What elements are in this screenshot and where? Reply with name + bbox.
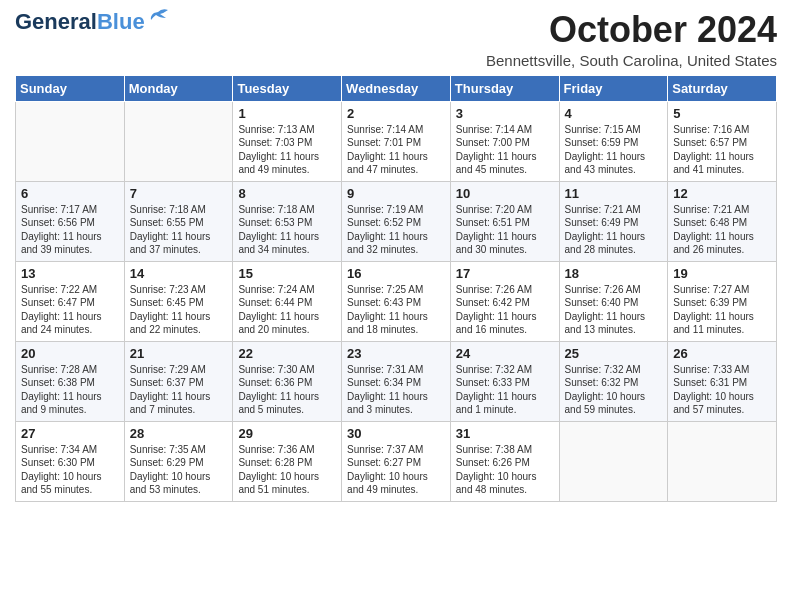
day-number: 22 (238, 346, 336, 361)
day-number: 23 (347, 346, 445, 361)
calendar-cell: 24Sunrise: 7:32 AMSunset: 6:33 PMDayligh… (450, 341, 559, 421)
day-info: Sunrise: 7:33 AMSunset: 6:31 PMDaylight:… (673, 363, 771, 417)
day-number: 6 (21, 186, 119, 201)
day-info: Sunrise: 7:24 AMSunset: 6:44 PMDaylight:… (238, 283, 336, 337)
day-info: Sunrise: 7:13 AMSunset: 7:03 PMDaylight:… (238, 123, 336, 177)
day-info: Sunrise: 7:38 AMSunset: 6:26 PMDaylight:… (456, 443, 554, 497)
day-number: 25 (565, 346, 663, 361)
day-info: Sunrise: 7:28 AMSunset: 6:38 PMDaylight:… (21, 363, 119, 417)
day-info: Sunrise: 7:29 AMSunset: 6:37 PMDaylight:… (130, 363, 228, 417)
day-number: 13 (21, 266, 119, 281)
day-number: 7 (130, 186, 228, 201)
calendar-cell: 29Sunrise: 7:36 AMSunset: 6:28 PMDayligh… (233, 421, 342, 501)
day-number: 29 (238, 426, 336, 441)
day-number: 2 (347, 106, 445, 121)
day-number: 1 (238, 106, 336, 121)
day-number: 28 (130, 426, 228, 441)
calendar-cell: 17Sunrise: 7:26 AMSunset: 6:42 PMDayligh… (450, 261, 559, 341)
day-info: Sunrise: 7:15 AMSunset: 6:59 PMDaylight:… (565, 123, 663, 177)
calendar-header-saturday: Saturday (668, 75, 777, 101)
calendar-header-sunday: Sunday (16, 75, 125, 101)
calendar-cell (124, 101, 233, 181)
day-number: 24 (456, 346, 554, 361)
day-number: 8 (238, 186, 336, 201)
calendar-cell: 13Sunrise: 7:22 AMSunset: 6:47 PMDayligh… (16, 261, 125, 341)
calendar-cell: 11Sunrise: 7:21 AMSunset: 6:49 PMDayligh… (559, 181, 668, 261)
day-number: 11 (565, 186, 663, 201)
calendar-cell: 19Sunrise: 7:27 AMSunset: 6:39 PMDayligh… (668, 261, 777, 341)
day-number: 3 (456, 106, 554, 121)
page: GeneralBlue October 2024 Bennettsville, … (0, 0, 792, 512)
calendar-cell: 18Sunrise: 7:26 AMSunset: 6:40 PMDayligh… (559, 261, 668, 341)
calendar-cell: 3Sunrise: 7:14 AMSunset: 7:00 PMDaylight… (450, 101, 559, 181)
day-number: 26 (673, 346, 771, 361)
day-number: 16 (347, 266, 445, 281)
day-info: Sunrise: 7:21 AMSunset: 6:49 PMDaylight:… (565, 203, 663, 257)
day-info: Sunrise: 7:34 AMSunset: 6:30 PMDaylight:… (21, 443, 119, 497)
calendar-cell: 27Sunrise: 7:34 AMSunset: 6:30 PMDayligh… (16, 421, 125, 501)
day-number: 9 (347, 186, 445, 201)
calendar-cell: 10Sunrise: 7:20 AMSunset: 6:51 PMDayligh… (450, 181, 559, 261)
bird-icon (148, 8, 170, 26)
calendar-cell: 21Sunrise: 7:29 AMSunset: 6:37 PMDayligh… (124, 341, 233, 421)
calendar-cell: 15Sunrise: 7:24 AMSunset: 6:44 PMDayligh… (233, 261, 342, 341)
day-number: 12 (673, 186, 771, 201)
calendar-cell: 2Sunrise: 7:14 AMSunset: 7:01 PMDaylight… (342, 101, 451, 181)
day-info: Sunrise: 7:32 AMSunset: 6:32 PMDaylight:… (565, 363, 663, 417)
day-number: 31 (456, 426, 554, 441)
day-number: 18 (565, 266, 663, 281)
calendar-week-row: 27Sunrise: 7:34 AMSunset: 6:30 PMDayligh… (16, 421, 777, 501)
calendar-header-monday: Monday (124, 75, 233, 101)
day-number: 30 (347, 426, 445, 441)
day-info: Sunrise: 7:22 AMSunset: 6:47 PMDaylight:… (21, 283, 119, 337)
day-info: Sunrise: 7:26 AMSunset: 6:42 PMDaylight:… (456, 283, 554, 337)
calendar-week-row: 13Sunrise: 7:22 AMSunset: 6:47 PMDayligh… (16, 261, 777, 341)
day-info: Sunrise: 7:30 AMSunset: 6:36 PMDaylight:… (238, 363, 336, 417)
calendar-week-row: 20Sunrise: 7:28 AMSunset: 6:38 PMDayligh… (16, 341, 777, 421)
calendar-cell: 20Sunrise: 7:28 AMSunset: 6:38 PMDayligh… (16, 341, 125, 421)
calendar-header-wednesday: Wednesday (342, 75, 451, 101)
day-info: Sunrise: 7:36 AMSunset: 6:28 PMDaylight:… (238, 443, 336, 497)
day-info: Sunrise: 7:19 AMSunset: 6:52 PMDaylight:… (347, 203, 445, 257)
day-number: 10 (456, 186, 554, 201)
calendar-header-friday: Friday (559, 75, 668, 101)
subtitle: Bennettsville, South Carolina, United St… (486, 52, 777, 69)
calendar-cell: 26Sunrise: 7:33 AMSunset: 6:31 PMDayligh… (668, 341, 777, 421)
day-info: Sunrise: 7:23 AMSunset: 6:45 PMDaylight:… (130, 283, 228, 337)
day-number: 27 (21, 426, 119, 441)
calendar-cell: 23Sunrise: 7:31 AMSunset: 6:34 PMDayligh… (342, 341, 451, 421)
day-info: Sunrise: 7:16 AMSunset: 6:57 PMDaylight:… (673, 123, 771, 177)
day-number: 14 (130, 266, 228, 281)
day-info: Sunrise: 7:14 AMSunset: 7:01 PMDaylight:… (347, 123, 445, 177)
calendar-cell: 12Sunrise: 7:21 AMSunset: 6:48 PMDayligh… (668, 181, 777, 261)
calendar-cell: 25Sunrise: 7:32 AMSunset: 6:32 PMDayligh… (559, 341, 668, 421)
header: GeneralBlue October 2024 Bennettsville, … (15, 10, 777, 69)
calendar-cell: 22Sunrise: 7:30 AMSunset: 6:36 PMDayligh… (233, 341, 342, 421)
logo: GeneralBlue (15, 10, 170, 34)
calendar-cell: 30Sunrise: 7:37 AMSunset: 6:27 PMDayligh… (342, 421, 451, 501)
calendar-week-row: 1Sunrise: 7:13 AMSunset: 7:03 PMDaylight… (16, 101, 777, 181)
calendar-cell (668, 421, 777, 501)
day-info: Sunrise: 7:21 AMSunset: 6:48 PMDaylight:… (673, 203, 771, 257)
day-info: Sunrise: 7:25 AMSunset: 6:43 PMDaylight:… (347, 283, 445, 337)
calendar-cell: 28Sunrise: 7:35 AMSunset: 6:29 PMDayligh… (124, 421, 233, 501)
day-number: 15 (238, 266, 336, 281)
calendar-cell: 1Sunrise: 7:13 AMSunset: 7:03 PMDaylight… (233, 101, 342, 181)
calendar-header-tuesday: Tuesday (233, 75, 342, 101)
title-block: October 2024 Bennettsville, South Caroli… (486, 10, 777, 69)
day-info: Sunrise: 7:14 AMSunset: 7:00 PMDaylight:… (456, 123, 554, 177)
calendar-cell: 6Sunrise: 7:17 AMSunset: 6:56 PMDaylight… (16, 181, 125, 261)
day-info: Sunrise: 7:20 AMSunset: 6:51 PMDaylight:… (456, 203, 554, 257)
calendar-cell: 4Sunrise: 7:15 AMSunset: 6:59 PMDaylight… (559, 101, 668, 181)
day-info: Sunrise: 7:18 AMSunset: 6:53 PMDaylight:… (238, 203, 336, 257)
day-info: Sunrise: 7:35 AMSunset: 6:29 PMDaylight:… (130, 443, 228, 497)
day-number: 4 (565, 106, 663, 121)
calendar-cell (559, 421, 668, 501)
day-info: Sunrise: 7:18 AMSunset: 6:55 PMDaylight:… (130, 203, 228, 257)
day-number: 17 (456, 266, 554, 281)
calendar-header-thursday: Thursday (450, 75, 559, 101)
day-info: Sunrise: 7:31 AMSunset: 6:34 PMDaylight:… (347, 363, 445, 417)
calendar-week-row: 6Sunrise: 7:17 AMSunset: 6:56 PMDaylight… (16, 181, 777, 261)
calendar-cell: 9Sunrise: 7:19 AMSunset: 6:52 PMDaylight… (342, 181, 451, 261)
day-info: Sunrise: 7:17 AMSunset: 6:56 PMDaylight:… (21, 203, 119, 257)
